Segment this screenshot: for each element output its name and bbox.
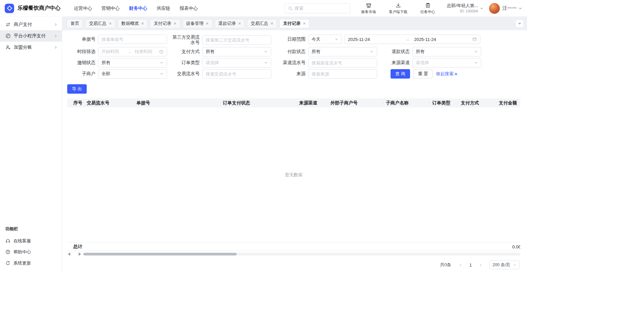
page-size-select[interactable]: 200 条/页 [489,260,520,269]
org-switcher[interactable]: 总部/年轻人第... ID: 100004 [447,3,478,13]
tab-trade-summary-2[interactable]: 交易汇总 × [247,19,277,28]
order-type-select[interactable]: 请选择 [202,58,271,67]
search-input[interactable] [295,6,347,11]
sidebar-item-online-support[interactable]: 在线客服 [0,235,62,246]
sidebar-item-merchant-pay[interactable]: 商户支付 [0,19,62,30]
avatar[interactable] [489,3,500,14]
quick-link-label: 任务中心 [420,9,435,14]
chevron-down-icon [370,50,374,54]
filter-actions: 查 询 重 置 收起搜索 [391,69,458,79]
source-input-box[interactable] [308,69,377,79]
trade-no-input-box[interactable] [202,69,271,79]
close-icon[interactable]: × [271,21,273,26]
collapse-search-link[interactable]: 收起搜索 [436,71,458,77]
filter-date-range: 日期范围 今天 2025-11-24 → 2025-11-24 [271,35,480,44]
task-icon [425,2,431,8]
date-end-value: 2025-11-24 [414,37,436,42]
field-label: 撤销状态 [67,60,98,65]
total-value: 0.00 [512,244,520,249]
tab-list-dropdown-button[interactable] [516,19,524,28]
table-total-row: 总计 0.00 [67,242,520,251]
chevron-down-icon [513,263,517,267]
nav-operations-center[interactable]: 运营中心 [74,5,92,11]
trade-no-input[interactable] [206,72,268,77]
tab-data-overview[interactable]: 数据概览 × [118,19,148,28]
top-nav: 运营中心 营销中心 财务中心 供应链 报表中心 [74,5,198,11]
filter-time-range: 时段筛选 开始时间 → 结束时间 [67,47,167,56]
scroll-left-arrow-icon[interactable] [67,252,71,256]
filter-third-party-no: 第三方交易流水号 [167,35,271,45]
sidebar-item-label: 系统更新 [13,260,31,266]
tab-device-management[interactable]: 设备管理 × [183,19,212,28]
close-icon[interactable]: × [206,21,209,26]
search-button[interactable]: 查 询 [391,69,410,79]
close-icon[interactable]: × [238,21,241,26]
field-label: 来源渠道 [377,60,412,65]
chevron-down-icon [474,61,478,65]
tab-payment-records-active[interactable]: 支付记录 × [279,19,309,28]
nav-report-center[interactable]: 报表中心 [180,5,198,11]
tab-trade-summary-1[interactable]: 交易汇总 × [85,19,115,28]
chevron-down-icon[interactable] [518,6,522,10]
channel-no-input[interactable] [312,60,374,65]
field-label: 交易流水号 [167,71,202,77]
scroll-right-arrow-icon[interactable] [78,252,81,256]
quick-link-task-center[interactable]: 任务中心 [417,2,439,14]
tab-home[interactable]: 首页 [67,19,83,28]
cancel-status-select[interactable]: 所有 [98,58,167,67]
quick-link-service-market[interactable]: 服务市场 [358,2,380,14]
pay-status-select[interactable]: 所有 [308,47,377,56]
column-header-sub-merchant-name: 子商户名称 [383,100,430,106]
user-name[interactable]: 汪一一 [502,5,517,11]
sidebar-item-platform-miniprogram-pay[interactable]: 平台小程序支付 [0,30,62,42]
pay-method-select[interactable]: 所有 [202,47,271,56]
close-icon[interactable]: × [173,21,176,26]
source-channel-select[interactable]: 请选择 [412,58,481,67]
close-icon[interactable]: × [303,21,306,26]
channel-no-input-box[interactable] [308,58,377,67]
scrollbar-track[interactable] [83,253,520,255]
top-header: 乐檬餐饮商户中心 运营中心 营销中心 财务中心 供应链 报表中心 服务市场 [0,0,527,17]
arrow-right-icon: → [405,37,409,42]
cancel-status-value: 所有 [102,60,160,66]
tab-label: 交易汇总 [251,20,268,27]
export-row: 导 出 [62,84,527,94]
reset-button[interactable]: 重 置 [413,69,433,79]
sidebar-item-franchise-split[interactable]: 加盟分账 [0,42,62,53]
date-range-picker[interactable]: 2025-11-24 → 2025-11-24 [345,35,480,44]
source-input[interactable] [312,72,374,77]
refund-status-select[interactable]: 所有 [412,47,481,56]
chevron-down-icon[interactable] [480,6,484,10]
date-preset-select[interactable]: 今天 [308,35,342,44]
sidebar-item-label: 帮助中心 [13,249,31,255]
time-range-picker[interactable]: 开始时间 → 结束时间 [98,47,167,56]
third-party-no-input[interactable] [206,38,268,43]
filter-row-1: 单据号 第三方交易流水号 日期范围 今天 [62,35,527,45]
prev-page-icon[interactable]: ‹ [456,261,465,269]
tab-refund-records[interactable]: 退款记录 × [215,19,245,28]
next-page-icon[interactable]: › [477,261,485,269]
tab-payment-records-1[interactable]: 支付记录 × [150,19,180,28]
nav-supply-chain[interactable]: 供应链 [157,5,170,11]
tab-label: 数据概览 [121,20,139,27]
scrollbar-thumb[interactable] [83,253,237,255]
close-icon[interactable]: × [141,21,144,26]
nav-finance-center[interactable]: 财务中心 [129,5,147,11]
page-number[interactable]: 1 [467,261,475,269]
third-party-no-input-box[interactable] [202,35,271,45]
quick-link-client-download[interactable]: 客户端下载 [387,2,409,14]
horizontal-scrollbar[interactable] [67,252,520,256]
close-icon[interactable]: × [109,21,112,26]
export-button[interactable]: 导 出 [67,84,87,94]
sidebar-item-help-center[interactable]: 帮助中心 [0,246,62,257]
bill-no-input[interactable] [102,37,164,42]
chevron-right-icon [54,45,58,49]
global-search[interactable] [284,3,350,13]
column-header-index: 序号 [67,100,84,106]
nav-marketing-center[interactable]: 营销中心 [102,5,120,11]
bill-no-input-box[interactable] [98,35,167,44]
sub-merchant-select[interactable]: 全部 [98,69,167,79]
date-preset-value: 今天 [312,36,334,42]
sidebar-item-system-update[interactable]: 系统更新 [0,257,62,269]
search-icon [288,6,293,11]
